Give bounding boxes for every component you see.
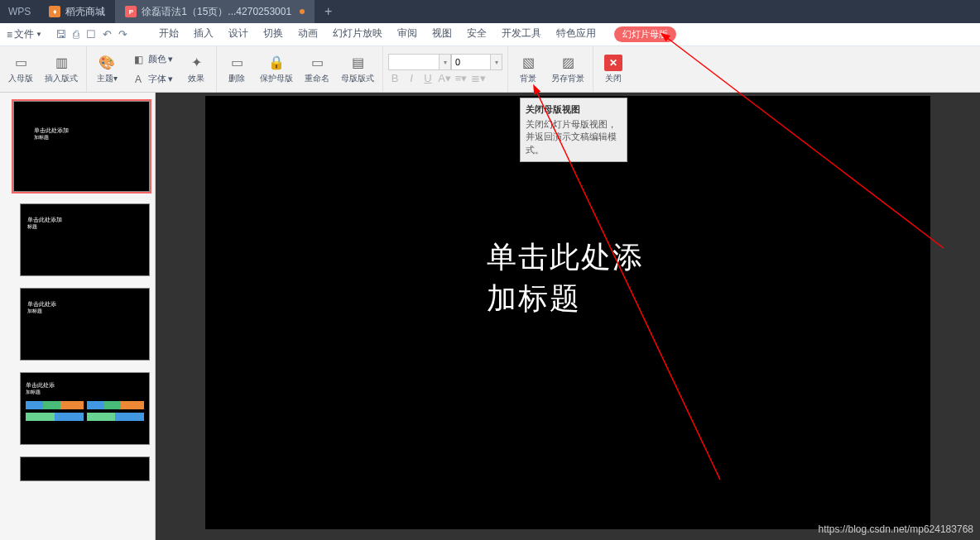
layout-thumbnail[interactable]: 单击此处添加 标题	[0, 200, 155, 284]
background-button[interactable]: ▧ 背景	[513, 50, 543, 89]
theme-stack: ◧颜色▾ A字体▾	[127, 50, 176, 89]
chevron-down-icon[interactable]: ▾	[440, 54, 451, 70]
menu-slide-master[interactable]: 幻灯片母版	[614, 26, 676, 42]
label: 背景	[520, 73, 536, 84]
modified-dot-icon	[300, 9, 305, 14]
master-layout-button[interactable]: ▤ 母版版式	[338, 50, 377, 89]
title-bar: WPS ♦ 稻壳商城 P 徐磊语法1（15页）...4270253001 +	[0, 0, 980, 23]
rename-button[interactable]: ▭ 重命名	[301, 50, 333, 89]
label: 入母版	[8, 73, 33, 84]
master-thumbnail[interactable]: 单击此处添加 加标题	[0, 98, 155, 200]
palette-icon: 🎨	[98, 55, 115, 71]
save-background-button[interactable]: ▨ 另存背景	[548, 50, 588, 89]
font-name-input[interactable]	[388, 54, 440, 70]
ribbon-group-font: ▾ ▾ B I U A▾ ≡▾ ≣▾	[383, 46, 508, 92]
menu-tabs: 开始 插入 设计 切换 动画 幻灯片放映 审阅 视图 安全 开发工具 特色应用 …	[134, 26, 676, 42]
title-line2: 加标题	[487, 278, 644, 319]
save-icon[interactable]: 🖫	[55, 28, 66, 41]
menu-design[interactable]: 设计	[228, 26, 248, 42]
thumb-title: 单击此处添加	[27, 216, 142, 223]
protect-master-button[interactable]: 🔒 保护母版	[257, 50, 296, 89]
label: 颜色	[148, 53, 166, 65]
tooltip-body: 关闭幻灯片母版视图，并返回演示文稿编辑模式。	[526, 118, 622, 156]
layout2-icon: ▤	[349, 55, 366, 71]
close-icon: ✕	[604, 55, 622, 71]
align-button[interactable]: ≣▾	[471, 72, 484, 84]
menu-insert[interactable]: 插入	[194, 26, 214, 42]
ribbon-group-master: ▭ 入母版 ▥ 插入版式	[0, 46, 87, 92]
file-menu[interactable]: ≡ 文件 ▼	[0, 27, 49, 41]
italic-button[interactable]: I	[405, 72, 418, 84]
thumb-title: 单击此处添	[26, 381, 144, 389]
quick-access-toolbar: 🖫 ⎙ ☐ ↶ ↷	[49, 28, 134, 41]
menu-transition[interactable]: 切换	[263, 26, 283, 42]
font-icon: A	[130, 71, 147, 88]
chevron-down-icon: ▼	[36, 31, 42, 38]
label: 插入版式	[45, 73, 78, 84]
redo-icon[interactable]: ↷	[118, 28, 127, 41]
thumbnail-panel[interactable]: 单击此处添加 加标题 单击此处添加 标题 单击此处添 加标题 单击此处添 加标题	[0, 93, 156, 540]
chevron-down-icon[interactable]: ▾	[491, 54, 502, 70]
layout-thumbnail[interactable]	[0, 453, 155, 490]
label: 效果	[188, 73, 204, 84]
lock-icon: 🔒	[268, 55, 285, 71]
tab-document[interactable]: P 徐磊语法1（15页）...4270253001	[115, 0, 315, 23]
undo-icon[interactable]: ↶	[103, 28, 112, 41]
rename-icon: ▭	[309, 55, 325, 71]
menu-start[interactable]: 开始	[159, 26, 179, 42]
menu-review[interactable]: 审阅	[397, 26, 417, 42]
watermark: https://blog.csdn.net/mp624183768	[819, 523, 973, 535]
title-line1: 单击此处添	[487, 237, 644, 278]
title-placeholder[interactable]: 单击此处添 加标题	[487, 237, 644, 320]
slide-icon: ▭	[12, 55, 29, 71]
effect-button[interactable]: ✦ 效果	[181, 50, 211, 89]
thumb-title: 单击此处添	[27, 300, 142, 308]
underline-button[interactable]: U	[421, 72, 435, 84]
close-master-tooltip: 关闭母版视图 关闭幻灯片母版视图，并返回演示文稿编辑模式。	[520, 98, 627, 162]
file-label: 文件	[14, 27, 34, 41]
preview-icon[interactable]: ☐	[86, 28, 96, 41]
ribbon-group-theme: 🎨 主题▾ ◧颜色▾ A字体▾ ✦ 效果	[87, 46, 217, 92]
layout-thumbnail[interactable]: 单击此处添 加标题	[0, 369, 155, 453]
thumb-sub: 加标题	[26, 389, 144, 396]
menu-bar: ≡ 文件 ▼ 🖫 ⎙ ☐ ↶ ↷ 开始 插入 设计 切换 动画 幻灯片放映 审阅…	[0, 23, 980, 46]
main-area: 单击此处添加 加标题 单击此处添加 标题 单击此处添 加标题 单击此处添 加标题	[0, 93, 980, 540]
label: 母版版式	[341, 73, 374, 84]
tab-label: 徐磊语法1（15页）...4270253001	[142, 5, 291, 19]
thumb-sub: 加标题	[27, 308, 142, 315]
tab-store[interactable]: ♦ 稻壳商城	[39, 0, 115, 23]
font-button[interactable]: A字体▾	[127, 70, 176, 88]
layout-thumbnail[interactable]: 单击此处添 加标题	[0, 284, 155, 369]
delete-button[interactable]: ▭ 删除	[222, 50, 252, 89]
theme-button[interactable]: 🎨 主题▾	[92, 50, 122, 89]
bullets-button[interactable]: ≡▾	[454, 72, 468, 84]
label: 关闭	[605, 73, 622, 84]
thumb-sub: 标题	[27, 223, 142, 231]
label: 重命名	[305, 73, 329, 84]
thumb-title: 单击此处添加	[34, 127, 129, 134]
bold-button[interactable]: B	[388, 72, 401, 84]
color-icon: ◧	[130, 51, 147, 68]
font-size-input[interactable]	[451, 54, 491, 70]
insert-master-button[interactable]: ▭ 入母版	[5, 50, 36, 89]
insert-layout-button[interactable]: ▥ 插入版式	[41, 50, 81, 89]
font-color-button[interactable]: A▾	[438, 72, 451, 84]
savebg-icon: ▨	[560, 55, 576, 71]
menu-dev[interactable]: 开发工具	[502, 26, 541, 42]
fire-icon: ♦	[49, 6, 60, 17]
close-master-button[interactable]: ✕ 关闭	[598, 50, 628, 89]
print-icon[interactable]: ⎙	[73, 28, 79, 41]
menu-view[interactable]: 视图	[432, 26, 452, 42]
font-name-combo[interactable]: ▾ ▾	[388, 54, 502, 70]
menu-animation[interactable]: 动画	[298, 26, 318, 42]
new-tab-button[interactable]: +	[315, 4, 342, 19]
ribbon-group-close: ✕ 关闭	[593, 46, 633, 92]
menu-security[interactable]: 安全	[467, 26, 487, 42]
effect-icon: ✦	[188, 55, 204, 71]
label: 主题▾	[97, 73, 118, 84]
thumb-sub: 加标题	[34, 134, 129, 141]
menu-slideshow[interactable]: 幻灯片放映	[333, 26, 382, 42]
menu-special[interactable]: 特色应用	[556, 26, 596, 42]
delete-icon: ▭	[228, 55, 245, 71]
color-button[interactable]: ◧颜色▾	[127, 50, 176, 69]
